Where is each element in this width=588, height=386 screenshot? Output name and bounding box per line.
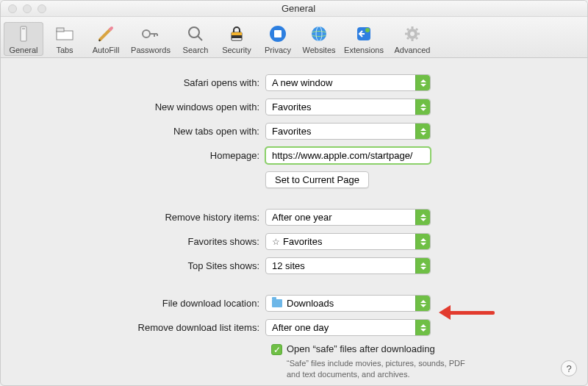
chevron-updown-icon xyxy=(415,320,430,335)
security-icon xyxy=(217,24,257,44)
select-new-windows-value: Favorites xyxy=(272,101,311,112)
select-remove-downloads-value: After one day xyxy=(272,322,329,333)
select-topsites-shows-value: 12 sites xyxy=(272,260,305,271)
label-homepage: Homepage: xyxy=(23,150,265,161)
preferences-toolbar: General Tabs AutoFill Passwords Search S… xyxy=(1,17,587,58)
tab-tabs[interactable]: Tabs xyxy=(45,22,85,56)
svg-rect-3 xyxy=(57,28,64,32)
window-title: General xyxy=(10,3,587,14)
general-pane: Safari opens with: A new window New wind… xyxy=(1,58,587,386)
search-icon xyxy=(176,24,215,44)
chevron-updown-icon xyxy=(415,210,430,225)
autofill-icon xyxy=(86,24,126,44)
folder-icon xyxy=(272,299,282,307)
key-icon xyxy=(127,24,174,44)
select-favorites-shows-value: Favorites xyxy=(283,236,322,247)
svg-rect-1 xyxy=(22,28,25,29)
tab-extensions-label: Extensions xyxy=(340,46,387,54)
tab-privacy-label: Privacy xyxy=(258,46,298,54)
select-remove-history[interactable]: After one year xyxy=(265,209,431,226)
chevron-updown-icon xyxy=(415,75,430,90)
tab-search-label: Search xyxy=(176,46,215,54)
label-new-windows: New windows open with: xyxy=(23,101,265,112)
svg-point-14 xyxy=(365,28,370,32)
chevron-updown-icon xyxy=(415,124,430,139)
star-icon: ☆ xyxy=(272,237,280,247)
chevron-updown-icon xyxy=(415,99,430,115)
titlebar: General xyxy=(1,1,587,17)
annotation-arrow xyxy=(439,305,498,320)
tab-autofill-label: AutoFill xyxy=(86,46,126,54)
privacy-icon xyxy=(258,24,298,44)
tab-websites[interactable]: Websites xyxy=(299,22,339,56)
tab-search[interactable]: Search xyxy=(176,22,215,56)
tab-passwords[interactable]: Passwords xyxy=(127,22,174,56)
help-button[interactable]: ? xyxy=(561,360,577,376)
label-favorites-shows: Favorites shows: xyxy=(23,236,265,247)
tab-advanced[interactable]: Advanced xyxy=(389,22,436,56)
chevron-updown-icon xyxy=(415,258,430,274)
select-download-location[interactable]: Downloads xyxy=(265,295,431,312)
label-remove-downloads: Remove download list items: xyxy=(23,322,265,333)
general-icon xyxy=(4,24,43,44)
label-new-tabs: New tabs open with: xyxy=(23,126,265,137)
svg-rect-8 xyxy=(232,35,242,38)
tab-privacy[interactable]: Privacy xyxy=(258,22,298,56)
label-download-location: File download location: xyxy=(23,298,265,309)
select-remove-downloads[interactable]: After one day xyxy=(265,319,431,336)
set-current-page-button[interactable]: Set to Current Page xyxy=(265,171,369,188)
select-new-tabs-value: Favorites xyxy=(272,126,311,137)
tab-advanced-label: Advanced xyxy=(389,46,436,54)
select-opens-with[interactable]: A new window xyxy=(265,74,431,91)
svg-point-11 xyxy=(312,26,326,41)
tab-websites-label: Websites xyxy=(299,46,339,54)
select-opens-with-value: A new window xyxy=(272,77,332,88)
select-new-tabs[interactable]: Favorites xyxy=(265,123,431,140)
gear-icon xyxy=(389,24,436,44)
homepage-input[interactable] xyxy=(265,147,431,164)
select-favorites-shows[interactable]: ☆ Favorites xyxy=(265,233,431,250)
tabs-icon xyxy=(45,24,85,44)
label-topsites-shows: Top Sites shows: xyxy=(23,260,265,271)
extensions-icon xyxy=(340,24,387,44)
select-download-location-value: Downloads xyxy=(287,298,334,309)
select-new-windows[interactable]: Favorites xyxy=(265,99,431,115)
svg-point-5 xyxy=(189,27,199,37)
tab-tabs-label: Tabs xyxy=(45,46,85,54)
tab-general[interactable]: General xyxy=(4,22,43,56)
tab-extensions[interactable]: Extensions xyxy=(340,22,387,56)
svg-rect-2 xyxy=(57,31,73,40)
safe-files-checkbox[interactable]: ✓ xyxy=(271,344,282,355)
label-opens-with: Safari opens with: xyxy=(23,77,265,88)
globe-icon xyxy=(299,24,339,44)
svg-point-4 xyxy=(143,30,150,37)
svg-rect-10 xyxy=(274,30,282,37)
select-remove-history-value: After one year xyxy=(272,212,332,223)
tab-passwords-label: Passwords xyxy=(127,46,174,54)
safe-files-description: “Safe” files include movies, pictures, s… xyxy=(287,358,470,380)
safe-files-label: Open “safe” files after downloading xyxy=(287,343,435,354)
select-topsites-shows[interactable]: 12 sites xyxy=(265,257,431,274)
label-remove-history: Remove history items: xyxy=(23,212,265,223)
tab-general-label: General xyxy=(4,46,43,54)
chevron-updown-icon xyxy=(415,234,430,249)
tab-autofill[interactable]: AutoFill xyxy=(86,22,126,56)
tab-security-label: Security xyxy=(217,46,257,54)
svg-point-16 xyxy=(410,32,415,36)
chevron-updown-icon xyxy=(415,296,430,311)
svg-rect-7 xyxy=(232,32,242,35)
tab-security[interactable]: Security xyxy=(217,22,257,56)
